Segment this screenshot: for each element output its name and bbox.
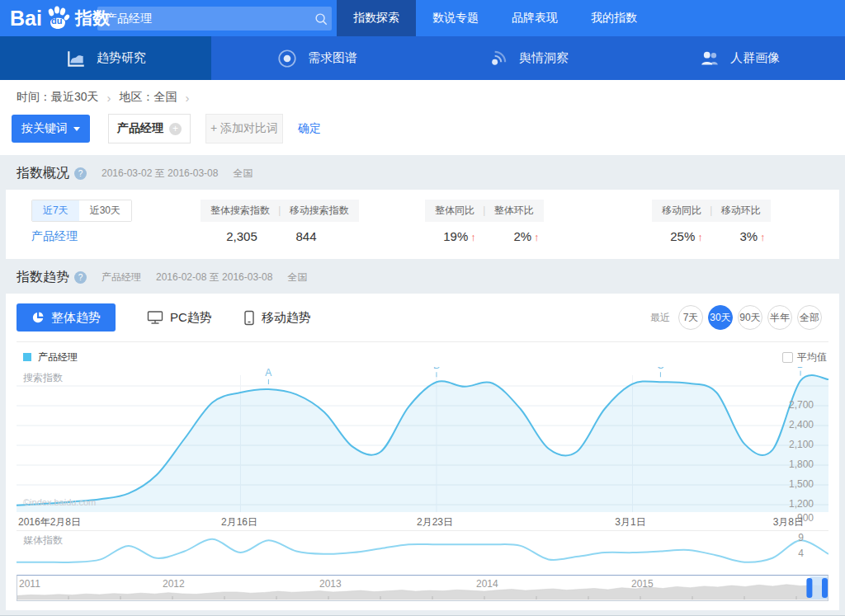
- scrubber-year: 2013: [319, 578, 342, 590]
- tab-mobile-trend[interactable]: 移动趋势: [243, 310, 311, 326]
- trend-section-header: 指数趋势 ? 产品经理 2016-02-08 至 2016-03-08 全国: [0, 259, 845, 294]
- news-marker-B: B: [433, 367, 440, 371]
- range-7d-button[interactable]: 7天: [678, 305, 703, 330]
- overview-date-range: 2016-03-02 至 2016-03-08: [101, 167, 218, 181]
- media-index-axis-label: 媒体指数: [23, 534, 63, 548]
- tab-label: 移动趋势: [262, 310, 311, 326]
- overall-index-value: 2,305: [217, 229, 267, 243]
- scrubber-plot: [17, 576, 828, 600]
- average-toggle[interactable]: 平均值: [782, 350, 827, 364]
- chevron-right-icon: ›: [104, 92, 115, 104]
- col-overall-search-index: 整体搜索指数: [210, 205, 270, 216]
- region-filter[interactable]: 地区：全国: [120, 90, 177, 105]
- nav-index-explore[interactable]: 指数探索: [337, 0, 416, 36]
- col-mobile-search-index: 移动搜索指数: [290, 205, 349, 216]
- chevron-right-icon: ›: [182, 92, 193, 104]
- range-half-year-button[interactable]: 半年: [767, 305, 792, 330]
- time-range-group: 最近 7天 30天 90天 半年 全部: [650, 305, 822, 330]
- tab-label: PC趋势: [170, 310, 212, 326]
- nav-data-topics[interactable]: 数说专题: [416, 0, 495, 36]
- overview-card: 近7天 近30天 整体搜索指数｜移动搜索指数 整体同比｜整体环比 移动同比｜移动…: [6, 190, 839, 259]
- x-tick: 2月16日: [221, 515, 257, 529]
- y-tick: 2,400: [772, 419, 814, 430]
- time-filter[interactable]: 时间：最近30天: [17, 90, 99, 105]
- col-mobile-mom: 移动环比: [721, 205, 761, 216]
- keyword-link[interactable]: 产品经理: [31, 229, 78, 244]
- help-icon[interactable]: ?: [74, 167, 87, 180]
- baidu-index-app: Bai du 指数 指数: [0, 0, 845, 616]
- keyword-mode-label: 按关键词: [21, 121, 68, 136]
- mobile-mom-value: 3%↑: [728, 229, 777, 243]
- top-header: Bai du 指数 指数: [0, 0, 845, 36]
- scrubber-year: 2012: [163, 578, 185, 590]
- overview-header-row: 近7天 近30天 整体搜索指数｜移动搜索指数 整体同比｜整体环比 移动同比｜移动…: [6, 200, 839, 219]
- range-90d-button[interactable]: 90天: [738, 305, 762, 330]
- x-tick: 3月8日: [773, 515, 804, 529]
- search-index-chart[interactable]: ABCD 搜索指数 2,700 2,400 2,100 1,800 1,500 …: [17, 367, 828, 512]
- caret-down-icon: [73, 127, 80, 131]
- add-compare-button[interactable]: + 添加对比词: [205, 114, 283, 143]
- col-overall-yoy: 整体同比: [435, 205, 474, 216]
- keyword-chip[interactable]: 产品经理 +: [108, 114, 191, 143]
- y-tick: 1,200: [772, 498, 814, 510]
- overview-range-tabs: 近7天 近30天: [31, 200, 132, 222]
- search-input[interactable]: [97, 12, 310, 26]
- news-marker-A: A: [265, 367, 271, 379]
- tab-trend-research[interactable]: 趋势研究: [0, 36, 211, 80]
- tab-overall-trend[interactable]: 整体趋势: [17, 303, 116, 332]
- range-30d-button[interactable]: 30天: [708, 305, 733, 330]
- search-box: [97, 7, 332, 31]
- y-tick: 1,500: [772, 478, 814, 490]
- overview-section-header: 指数概况 ? 2016-03-02 至 2016-03-08 全国: [0, 155, 845, 190]
- up-arrow-icon: ↑: [534, 231, 540, 243]
- scrubber-year: 2011: [19, 578, 40, 590]
- scrubber-right-handle[interactable]: [822, 578, 828, 598]
- scrubber-year: 2015: [631, 578, 654, 590]
- mobile-index-value: 844: [281, 229, 331, 243]
- keyword-chip-icon[interactable]: +: [169, 123, 182, 135]
- baidu-paw-icon: du: [44, 4, 72, 32]
- tab-demand-graph[interactable]: 需求图谱: [211, 36, 422, 80]
- tab-last-7-days[interactable]: 近7天: [32, 200, 79, 221]
- overall-yoy-value: 19%↑: [435, 229, 484, 243]
- signal-icon: [488, 48, 509, 69]
- mobile-mom-number: 3%: [739, 229, 758, 243]
- up-arrow-icon: ↑: [760, 231, 766, 243]
- news-marker-C: C: [657, 367, 664, 371]
- filter-row: 时间：最近30天 › 地区：全国 ›: [12, 90, 845, 105]
- trend-title: 指数趋势: [17, 269, 69, 286]
- baidu-index-logo[interactable]: Bai du 指数: [10, 4, 110, 32]
- tab-pc-trend[interactable]: PC趋势: [147, 310, 212, 326]
- phone-icon: [243, 310, 255, 326]
- keyword-row: 按关键词 产品经理 + + 添加对比词 确定: [12, 114, 845, 143]
- news-marker-D: D: [797, 367, 805, 370]
- x-tick: 3月1日: [615, 515, 645, 529]
- keyword-mode-button[interactable]: 按关键词: [12, 115, 90, 143]
- timeline-scrubber[interactable]: 2011 2012 2013 2014 2015: [17, 575, 828, 601]
- x-axis-labels: 2016年2月8日 2月16日 2月23日 3月1日 3月8日: [17, 512, 828, 530]
- trend-card: 整体趋势 PC趋势 移动趋势 最近 7天 30天: [6, 294, 839, 610]
- legend-swatch: [23, 353, 31, 361]
- tab-last-30-days[interactable]: 近30天: [79, 200, 131, 221]
- tab-audience-profile[interactable]: 人群画像: [634, 36, 845, 80]
- checkbox-icon[interactable]: [782, 352, 793, 363]
- scrubber-year: 2014: [476, 578, 498, 590]
- confirm-link[interactable]: 确定: [298, 121, 321, 136]
- tab-sentiment-insight[interactable]: 舆情洞察: [422, 36, 634, 80]
- help-icon[interactable]: ?: [74, 271, 87, 284]
- nav-brand-performance[interactable]: 品牌表现: [495, 0, 574, 36]
- nav-my-index[interactable]: 我的指数: [574, 0, 654, 36]
- trend-toolbar: 整体趋势 PC趋势 移动趋势 最近 7天 30天: [17, 303, 828, 332]
- logo-text-bai: Bai: [10, 7, 42, 31]
- media-index-chart[interactable]: 媒体指数 9 4: [17, 530, 828, 570]
- x-tick: 2月23日: [417, 515, 453, 529]
- toolbar-divider: [17, 341, 828, 342]
- header-search-index: 整体搜索指数｜移动搜索指数: [201, 200, 359, 222]
- range-all-button[interactable]: 全部: [797, 305, 822, 330]
- scrubber-left-handle[interactable]: [806, 578, 812, 598]
- tab-label: 趋势研究: [97, 50, 146, 66]
- search-icon[interactable]: [310, 12, 332, 26]
- people-icon: [699, 48, 720, 69]
- pie-chart-icon: [31, 311, 45, 324]
- radar-icon: [276, 48, 298, 69]
